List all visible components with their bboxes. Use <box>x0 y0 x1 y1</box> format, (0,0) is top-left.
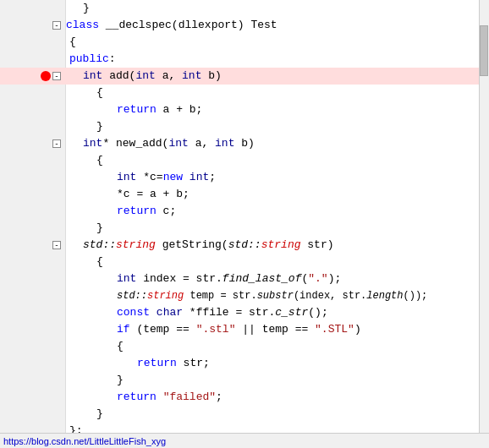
code-line-2: - class __declspec(dllexport) Test <box>0 17 479 34</box>
code-editor: } - class __declspec(dllexport) Test { p… <box>0 0 489 448</box>
code-line-7: return a + b; <box>0 101 479 118</box>
code-line-17: int index = str.find_last_of("."); <box>0 270 479 287</box>
code-line-10: { <box>0 152 479 169</box>
code-line-22: return str; <box>0 355 479 372</box>
code-line-21: { <box>0 338 479 355</box>
url-bar: https://blog.csdn.net/LittleLittleFish_x… <box>0 433 489 448</box>
code-line-23: } <box>0 372 479 389</box>
code-line-25: } <box>0 406 479 423</box>
scrollbar-thumb[interactable] <box>480 25 488 76</box>
code-line-12: *c = a + b; <box>0 186 479 203</box>
fold-button[interactable]: - <box>52 72 61 80</box>
vertical-scrollbar[interactable] <box>479 0 489 433</box>
code-line-16: { <box>0 254 479 270</box>
fold-button[interactable]: - <box>52 21 61 30</box>
code-line-5: - int add(int a, int b) <box>0 68 479 85</box>
code-line-18: std::string temp = str.substr(index, str… <box>0 287 479 304</box>
code-line-1: } <box>0 0 479 17</box>
code-line-14: } <box>0 220 479 237</box>
code-line-13: return c; <box>0 203 479 220</box>
url-text: https://blog.csdn.net/LittleLittleFish_x… <box>3 436 166 446</box>
code-line-6: { <box>0 85 479 101</box>
fold-button[interactable]: - <box>52 241 61 249</box>
code-line-8: } <box>0 118 479 135</box>
code-line-4: public: <box>0 51 479 68</box>
code-line-19: const char *ffile = str.c_str(); <box>0 304 479 321</box>
code-line-9: - int* new_add(int a, int b) <box>0 135 479 152</box>
code-line-24: return "failed"; <box>0 389 479 406</box>
code-line-3: { <box>0 34 479 51</box>
code-line-26: }; <box>0 423 479 433</box>
fold-button[interactable]: - <box>52 139 61 148</box>
code-line-11: int *c=new int; <box>0 169 479 186</box>
breakpoint-indicator <box>41 71 51 81</box>
code-line-15: - std::string getString(std::string str) <box>0 237 479 254</box>
code-line-20: if (temp == ".stl" || temp == ".STL") <box>0 321 479 338</box>
